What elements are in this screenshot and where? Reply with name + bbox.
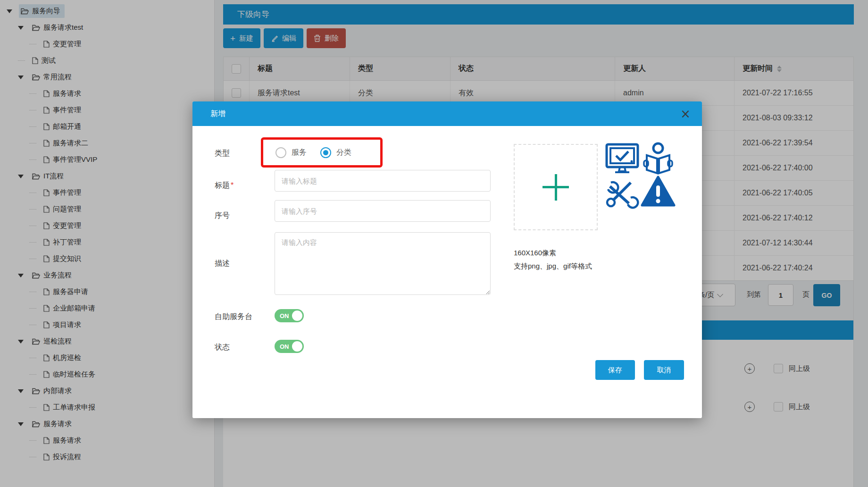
radio-category-label[interactable]: 分类 bbox=[336, 148, 351, 158]
service-clipart-image bbox=[604, 142, 676, 211]
type-label: 类型 bbox=[215, 149, 230, 159]
close-icon[interactable]: × bbox=[680, 108, 691, 120]
title-label: 标题* bbox=[215, 181, 234, 191]
description-textarea[interactable] bbox=[275, 232, 491, 295]
add-dialog: 新增 × 类型 服务 分类 标题* 序号 描述 自助服务台 ON 状态 ON bbox=[192, 101, 702, 418]
upload-format-hint: 支持png、jpg、gif等格式 bbox=[514, 262, 592, 271]
dialog-title: 新增 bbox=[210, 109, 225, 119]
sequence-label: 序号 bbox=[215, 211, 230, 221]
status-label: 状态 bbox=[215, 343, 230, 353]
save-button[interactable]: 保存 bbox=[595, 360, 635, 380]
description-label: 描述 bbox=[215, 259, 230, 269]
self-service-toggle[interactable]: ON bbox=[275, 309, 304, 322]
image-upload-dropzone[interactable] bbox=[514, 144, 598, 230]
status-toggle[interactable]: ON bbox=[275, 340, 304, 353]
self-service-label: 自助服务台 bbox=[215, 312, 252, 322]
upload-size-hint: 160X160像素 bbox=[514, 249, 556, 258]
dialog-header: 新增 × bbox=[192, 101, 702, 126]
cancel-button[interactable]: 取消 bbox=[644, 360, 684, 380]
required-mark: * bbox=[231, 181, 234, 189]
radio-category[interactable] bbox=[320, 147, 331, 158]
radio-service-label[interactable]: 服务 bbox=[292, 148, 307, 158]
radio-service[interactable] bbox=[275, 147, 286, 158]
type-radio-highlight: 服务 分类 bbox=[261, 137, 383, 168]
sequence-input[interactable] bbox=[275, 200, 491, 222]
title-input[interactable] bbox=[275, 170, 491, 192]
